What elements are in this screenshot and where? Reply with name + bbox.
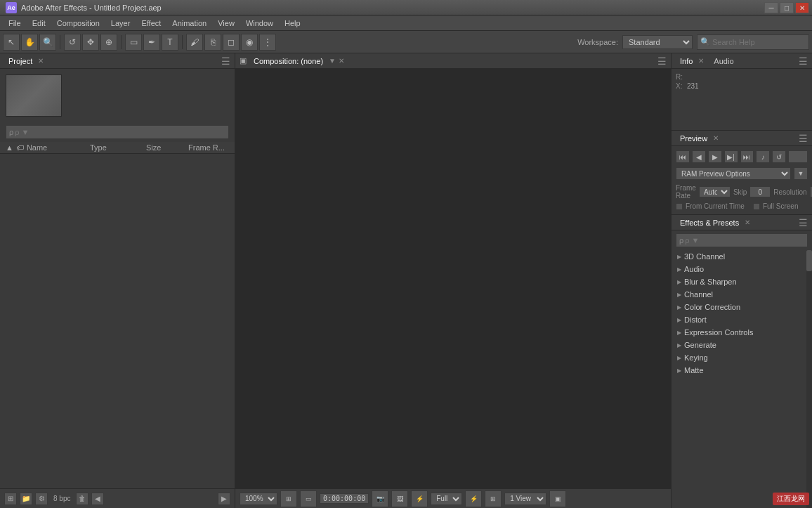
ram-preview-dropdown[interactable]: RAM Preview Options: [676, 167, 791, 180]
menu-effect[interactable]: Effect: [136, 18, 166, 29]
frame-rate-dropdown[interactable]: Auto: [699, 186, 731, 197]
go-next-button[interactable]: ▶|: [724, 150, 738, 163]
menu-composition[interactable]: Composition: [51, 18, 105, 29]
menu-window[interactable]: Window: [240, 18, 279, 29]
menu-view[interactable]: View: [212, 18, 240, 29]
effects-tab-close[interactable]: ✕: [745, 219, 750, 226]
effects-presets-tab[interactable]: Effects & Presets: [676, 217, 743, 228]
effects-scroll-thumb[interactable]: [806, 250, 812, 271]
composition-panel-menu[interactable]: ☰: [657, 56, 667, 67]
tool-anchor[interactable]: ⊕: [100, 34, 117, 51]
col-size-header: Size: [146, 143, 188, 152]
menu-animation[interactable]: Animation: [166, 18, 212, 29]
effect-item-expression-controls[interactable]: ▶Expression Controls: [672, 326, 806, 339]
composition-tab[interactable]: Composition: (none): [249, 56, 327, 67]
skip-input[interactable]: [749, 186, 771, 197]
tool-roto[interactable]: ◉: [241, 34, 258, 51]
effect-item-blur-sharpen[interactable]: ▶Blur & Sharpen: [672, 275, 806, 288]
tool-rotate[interactable]: ↺: [64, 34, 81, 51]
menu-help[interactable]: Help: [279, 18, 306, 29]
audio-tab[interactable]: Audio: [709, 56, 738, 67]
search-box[interactable]: 🔍: [697, 34, 809, 50]
play-button[interactable]: ▶: [708, 150, 722, 163]
delete-item-button[interactable]: 🗑: [76, 493, 89, 505]
col-name-header: ▲ 🏷 Name: [6, 143, 90, 152]
footage-settings-button[interactable]: ⚙: [35, 493, 48, 505]
snapshot-button[interactable]: 📷: [372, 490, 388, 507]
window-controls[interactable]: ─ □ ✕: [764, 2, 809, 13]
composition-tab-close[interactable]: ✕: [339, 57, 344, 65]
full-screen-label: Full Screen: [763, 202, 799, 210]
effect-item-channel[interactable]: ▶Channel: [672, 288, 806, 301]
effect-item-generate[interactable]: ▶Generate: [672, 339, 806, 351]
new-folder-button[interactable]: 📁: [20, 493, 32, 505]
project-tab-close[interactable]: ✕: [38, 57, 44, 65]
effect-item-color-correction[interactable]: ▶Color Correction: [672, 301, 806, 313]
close-button[interactable]: ✕: [795, 2, 809, 13]
effects-panel-menu[interactable]: ☰: [799, 217, 808, 228]
new-composition-button[interactable]: ⊞: [4, 493, 17, 505]
zoom-dropdown[interactable]: 100%: [240, 493, 277, 505]
info-tab-close[interactable]: ✕: [698, 57, 704, 65]
project-columns: ▲ 🏷 Name Type Size Frame R...: [0, 142, 235, 154]
go-first-button[interactable]: ⏮: [676, 150, 690, 163]
effect-item-distort[interactable]: ▶Distort: [672, 313, 806, 326]
ram-options-btn[interactable]: ▼: [794, 167, 808, 180]
tool-brush[interactable]: 🖌: [186, 34, 203, 51]
go-last-button[interactable]: ⏭: [740, 150, 754, 163]
project-search-box[interactable]: ρ: [6, 125, 229, 139]
loop-button[interactable]: ↺: [772, 150, 786, 163]
minimize-button[interactable]: ─: [764, 2, 778, 13]
collapse-button[interactable]: ▶: [218, 493, 230, 505]
tool-pen[interactable]: ✒: [143, 34, 160, 51]
go-prev-button[interactable]: ◀: [692, 150, 706, 163]
comp-tab-dropdown[interactable]: ▼: [329, 57, 336, 65]
preview-tab-close[interactable]: ✕: [713, 134, 719, 142]
menu-edit[interactable]: Edit: [27, 18, 51, 29]
tool-move[interactable]: ✥: [82, 34, 99, 51]
fast-previews-button[interactable]: ⚡: [465, 490, 482, 507]
workspace-select[interactable]: Standard: [622, 35, 693, 49]
tool-puppet[interactable]: ⋮: [259, 34, 276, 51]
resolution-dropdown[interactable]: Full: [431, 493, 462, 505]
project-panel-menu[interactable]: ☰: [221, 56, 230, 67]
preview-tab[interactable]: Preview: [676, 133, 712, 144]
menu-layer[interactable]: Layer: [105, 18, 136, 29]
ram-preview-btn[interactable]: [788, 150, 808, 163]
menu-file[interactable]: File: [3, 18, 27, 29]
render-button[interactable]: ▣: [549, 490, 566, 507]
tool-text[interactable]: T: [162, 34, 178, 51]
tool-select[interactable]: ↖: [3, 34, 20, 51]
comp-region-button[interactable]: ▭: [300, 490, 317, 507]
resolution-dropdown-preview[interactable]: Auto: [810, 186, 812, 197]
resolution-label: Resolution: [773, 188, 806, 196]
info-panel-menu[interactable]: ☰: [799, 56, 808, 67]
show-channel-button[interactable]: ⚡: [411, 490, 428, 507]
effect-item-matte[interactable]: ▶Matte: [672, 364, 806, 377]
full-screen-checkbox[interactable]: [753, 203, 760, 210]
effects-search-input[interactable]: [685, 236, 804, 245]
effects-scrollbar[interactable]: [806, 250, 812, 508]
tool-eraser[interactable]: ◻: [223, 34, 240, 51]
effect-item-3d-channel[interactable]: ▶3D Channel: [672, 250, 806, 263]
tool-hand[interactable]: ✋: [21, 34, 38, 51]
comp-fit-button[interactable]: ⊞: [280, 490, 297, 507]
effects-search-box[interactable]: ρ: [676, 233, 808, 247]
audio-button[interactable]: ♪: [756, 150, 770, 163]
search-input[interactable]: [712, 38, 806, 46]
effect-item-audio[interactable]: ▶Audio: [672, 263, 806, 275]
maximize-button[interactable]: □: [780, 2, 794, 13]
view-dropdown[interactable]: 1 View: [504, 493, 546, 505]
project-tab[interactable]: Project: [4, 56, 37, 67]
grid-guide-button[interactable]: ⊞: [485, 490, 502, 507]
tool-rect[interactable]: ▭: [125, 34, 142, 51]
effect-item-keying[interactable]: ▶Keying: [672, 351, 806, 364]
from-current-checkbox[interactable]: [676, 203, 683, 210]
preview-panel-menu[interactable]: ☰: [799, 133, 808, 144]
info-tab[interactable]: Info: [676, 56, 697, 67]
tool-zoom[interactable]: 🔍: [39, 34, 56, 51]
show-snapshot-button[interactable]: 🖼: [391, 490, 408, 507]
expand-button[interactable]: ◀: [91, 493, 104, 505]
project-search-input[interactable]: [15, 128, 225, 136]
tool-clone[interactable]: ⎘: [204, 34, 221, 51]
